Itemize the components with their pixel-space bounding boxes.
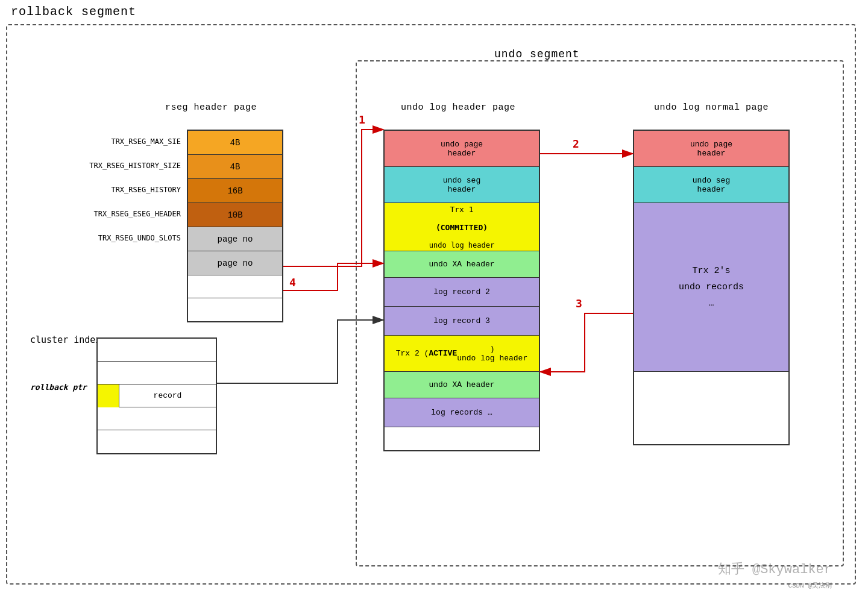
undo-header-cell-9: log records … [385, 398, 539, 427]
undo-header-box: undo pageheader undo segheader Trx 1 (CO… [383, 130, 540, 451]
undo-header-cell-5: log record 2 [385, 278, 539, 307]
watermark: 知乎 @Skywalker [718, 560, 832, 578]
col-header-undo-header: undo log header page [374, 102, 542, 113]
rseg-label-4: TRX_RSEG_ESEG_HEADER [36, 210, 181, 218]
undo-header-cell-4: undo XA header [385, 251, 539, 278]
undo-header-cell-3: Trx 1 (COMMITTED) undo log header [385, 203, 539, 251]
undo-header-cell-10 [385, 427, 539, 450]
rseg-cell-6: page no [188, 251, 282, 275]
rseg-box: 4B 4B 16B 10B page no page no [187, 130, 283, 322]
rseg-cell-5: page no [188, 227, 282, 251]
undo-segment-label: undo segment [494, 48, 580, 60]
undo-header-cell-6: log record 3 [385, 307, 539, 336]
undo-header-cell-7: Trx 2 (ACTIVE)undo log header [385, 336, 539, 372]
undo-normal-box: undo pageheader undo segheader Trx 2'sun… [633, 130, 790, 445]
page-title: rollback segment [11, 5, 136, 19]
undo-normal-cell-2: undo segheader [634, 167, 788, 203]
cluster-cell-3: record [98, 384, 216, 407]
rseg-label-1: TRX_RSEG_MAX_SIE [36, 137, 181, 146]
rseg-cell-1: 4B [188, 131, 282, 155]
undo-normal-cell-4 [634, 372, 788, 444]
undo-normal-cell-3: Trx 2'sundo records… [634, 203, 788, 372]
cluster-box: record [96, 337, 217, 454]
col-header-rseg: rseg header page [151, 102, 271, 113]
rseg-cell-2: 4B [188, 155, 282, 179]
undo-header-cell-8: undo XA header [385, 372, 539, 398]
rollback-ptr-yellow [98, 384, 119, 407]
rseg-label-3: TRX_RSEG_HISTORY [36, 186, 181, 194]
rseg-cell-4: 10B [188, 203, 282, 227]
rseg-cell-3: 16B [188, 179, 282, 203]
cluster-cell-5 [98, 430, 216, 453]
undo-header-cell-2: undo segheader [385, 167, 539, 203]
col-header-undo-normal: undo log normal page [627, 102, 796, 113]
watermark2: CSDN @吴法刚 [788, 581, 832, 590]
cluster-cell-1 [98, 339, 216, 362]
rseg-cell-8 [188, 298, 282, 321]
rollback-ptr-label: rollback ptr [30, 383, 87, 392]
cluster-cell-4 [98, 407, 216, 430]
main-container: rollback segment undo segment rseg heade… [0, 0, 868, 596]
undo-header-cell-1: undo pageheader [385, 131, 539, 167]
rseg-cell-7 [188, 275, 282, 298]
cluster-cell-2 [98, 362, 216, 384]
undo-normal-cell-1: undo pageheader [634, 131, 788, 167]
record-label: record [119, 384, 216, 407]
rseg-label-2: TRX_RSEG_HISTORY_SIZE [36, 162, 181, 170]
rseg-label-5: TRX_RSEG_UNDO_SLOTS [36, 234, 181, 242]
